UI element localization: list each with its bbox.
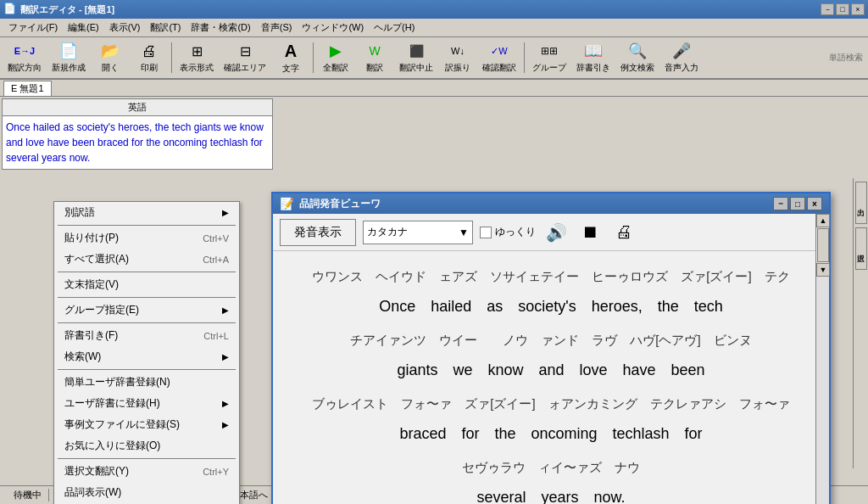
- tab-untitled1[interactable]: E 無題1: [3, 81, 52, 96]
- ctx-search[interactable]: 検索(W): [54, 346, 239, 367]
- yaku-furi-label: 訳振り: [445, 62, 470, 74]
- ctx-pos-display[interactable]: 品詞表示(W): [54, 482, 239, 503]
- ctx-paste[interactable]: 貼り付け(P) Ctrl+V: [54, 227, 239, 249]
- ctx-group-spec[interactable]: グループ指定(E): [54, 300, 239, 321]
- yaku-furi-icon: W↓: [448, 42, 468, 60]
- stop-icon: ⏹: [581, 222, 598, 242]
- popup-toolbar: 発音表示 カタカナ ▼ ゆっくり 🔊 ⏹ 🖨: [273, 214, 829, 251]
- display-format-label: 表示形式: [180, 62, 214, 74]
- font-button[interactable]: A 文字: [272, 39, 309, 76]
- popup-scrollbar: ▲ ▼: [815, 214, 829, 504]
- select-button[interactable]: 選択: [855, 227, 867, 270]
- main-area: 英語 Once hailed as society's heroes, the …: [0, 98, 868, 487]
- popup-icon: 📝: [280, 197, 294, 210]
- menu-help[interactable]: ヘルプ(H): [369, 20, 420, 36]
- menu-dictionary[interactable]: 辞書・検索(D): [186, 20, 255, 36]
- ctx-sep-3: [58, 297, 236, 298]
- scrollbar-thumb[interactable]: [817, 228, 829, 262]
- translate-direction-label: 翻訳方向: [8, 62, 42, 74]
- menu-audio[interactable]: 音声(S): [256, 20, 298, 36]
- menu-bar: ファイル(F) 編集(E) 表示(V) 翻訳(T) 辞書・検索(D) 音声(S)…: [0, 19, 868, 37]
- menu-view[interactable]: 表示(V): [104, 20, 146, 36]
- menu-file[interactable]: ファイル(F): [3, 20, 63, 36]
- full-translate-button[interactable]: ▶ 全翻訳: [317, 39, 354, 76]
- ctx-sentence-end[interactable]: 文末指定(V): [54, 274, 239, 295]
- maximize-button[interactable]: □: [836, 3, 849, 15]
- yaku-furi-button[interactable]: W↓ 訳振り: [439, 39, 476, 76]
- ctx-register-user-dict[interactable]: ユーザ辞書に登録(H): [54, 393, 239, 414]
- popup-maximize-button[interactable]: □: [790, 197, 805, 210]
- ctx-select-all[interactable]: すべて選択(A) Ctrl+A: [54, 249, 239, 270]
- translate-direction-button[interactable]: E→J 翻訳方向: [3, 39, 46, 76]
- translate-icon: W: [364, 42, 385, 60]
- app-icon: 📄: [3, 3, 17, 16]
- example-search-button[interactable]: 🔍 例文検索: [616, 39, 659, 76]
- katakana-select[interactable]: カタカナ ▼: [363, 221, 473, 244]
- dictionary-button[interactable]: 📖 辞書引き: [572, 39, 615, 76]
- slow-checkbox[interactable]: ゆっくり: [480, 225, 536, 239]
- pronunciation-button[interactable]: 発音表示: [280, 219, 356, 246]
- close-button[interactable]: ×: [851, 3, 865, 15]
- hint-label: 単語検索: [827, 50, 865, 65]
- popup-close-button[interactable]: ×: [807, 197, 822, 210]
- check-area-label: 確認エリア: [224, 62, 266, 74]
- english-row-1: Once hailed as society's heroes, the tec…: [293, 291, 809, 322]
- new-button[interactable]: 📄 新規作成: [47, 39, 90, 76]
- print-icon: 🖨: [139, 42, 159, 60]
- ctx-sep-4: [58, 322, 236, 323]
- context-menu: 別訳語 貼り付け(P) Ctrl+V すべて選択(A) Ctrl+A 文末指定(…: [53, 201, 240, 504]
- popup-print-button[interactable]: 🖨: [610, 219, 637, 246]
- translate-direction-icon: E→J: [14, 42, 35, 60]
- check-area-icon: ⊟: [235, 42, 255, 60]
- group-button[interactable]: ⊞⊞ グループ: [528, 39, 570, 76]
- english-row-2: giants we know and love have been: [293, 355, 809, 385]
- output-button[interactable]: 出力: [855, 182, 867, 224]
- menu-window[interactable]: ウィンドウ(W): [297, 20, 369, 36]
- scroll-up-button[interactable]: ▲: [816, 214, 830, 227]
- confirm-translate-icon: ✓W: [489, 42, 509, 60]
- editor-content[interactable]: Once hailed as society's heroes, the tec…: [3, 116, 272, 169]
- confirm-translate-label: 確認翻訳: [482, 62, 516, 74]
- ctx-sep-2: [58, 272, 236, 272]
- toolbar: E→J 翻訳方向 📄 新規作成 📂 開く 🖨 印刷 ⊞ 表示形式 ⊟ 確認エリア…: [0, 37, 868, 80]
- display-format-button[interactable]: ⊞ 表示形式: [175, 39, 218, 76]
- title-bar: 📄 翻訳エディタ - [無題1] － □ ×: [0, 0, 868, 19]
- ctx-register-favorite[interactable]: お気に入りに登録(O): [54, 435, 239, 456]
- confirm-translate-button[interactable]: ✓W 確認翻訳: [478, 39, 520, 76]
- stop-translate-label: 翻訳中止: [399, 62, 433, 74]
- stop-translate-icon: ⬛: [406, 42, 426, 60]
- popup-window-inner: 📝 品詞発音ビューワ － □ × 発音表示 カタカナ ▼ ゆっくり: [273, 193, 829, 504]
- ctx-register-example[interactable]: 事例文ファイルに登録(S): [54, 414, 239, 435]
- popup-minimize-button[interactable]: －: [773, 197, 788, 210]
- voice-input-button[interactable]: 🎤 音声入力: [660, 39, 703, 76]
- slow-label: ゆっくり: [495, 225, 536, 239]
- ctx-register-simple[interactable]: 簡単ユーザ辞書登録(N): [54, 372, 239, 393]
- menu-translate[interactable]: 翻訳(T): [145, 20, 186, 36]
- stop-translate-button[interactable]: ⬛ 翻訳中止: [395, 39, 437, 76]
- minimize-button[interactable]: －: [821, 3, 834, 15]
- scroll-down-button[interactable]: ▼: [816, 263, 830, 277]
- stop-button[interactable]: ⏹: [576, 219, 604, 246]
- print-button[interactable]: 🖨 印刷: [131, 39, 168, 76]
- popup-title: 品詞発音ビューワ: [299, 197, 773, 211]
- translate-button[interactable]: W 翻訳: [356, 39, 393, 76]
- toolbar-sep-1: [171, 42, 172, 73]
- dictionary-icon: 📖: [583, 42, 604, 60]
- full-translate-icon: ▶: [326, 42, 346, 60]
- slow-checkbox-box[interactable]: [480, 227, 492, 238]
- ctx-alt-translation[interactable]: 別訳語: [54, 202, 239, 223]
- ctx-translate-selection[interactable]: 選択文翻訳(Y) Ctrl+Y: [54, 461, 239, 482]
- status-waiting: 待機中: [7, 489, 49, 501]
- check-area-button[interactable]: ⊟ 確認エリア: [220, 39, 270, 76]
- speaker-button[interactable]: 🔊: [542, 219, 570, 246]
- group-icon: ⊞⊞: [539, 42, 559, 60]
- english-row-3: braced for the oncoming techlash for: [293, 418, 809, 449]
- open-button[interactable]: 📂 開く: [92, 39, 129, 76]
- font-label: 文字: [282, 63, 299, 75]
- example-search-label: 例文検索: [620, 62, 654, 74]
- scrollbar-track[interactable]: [816, 228, 829, 262]
- phonetic-row-2: チアイァンツ ウイー ノウ ァンド ラヴ ハヴ[ヘアヴ] ビンヌ: [293, 328, 809, 351]
- popup-print-icon: 🖨: [615, 222, 632, 242]
- ctx-dictionary[interactable]: 辞書引き(F) Ctrl+L: [54, 325, 239, 346]
- menu-edit[interactable]: 編集(E): [63, 20, 104, 36]
